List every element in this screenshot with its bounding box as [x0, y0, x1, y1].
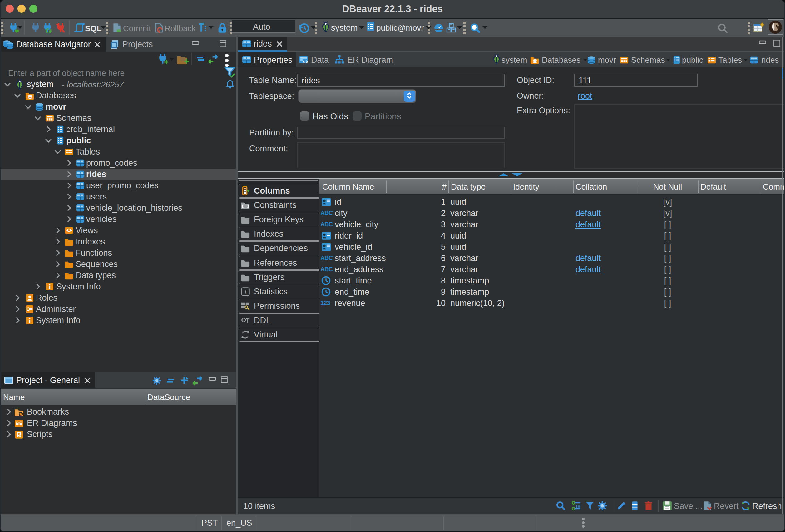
- svg-text:i: i: [245, 288, 246, 295]
